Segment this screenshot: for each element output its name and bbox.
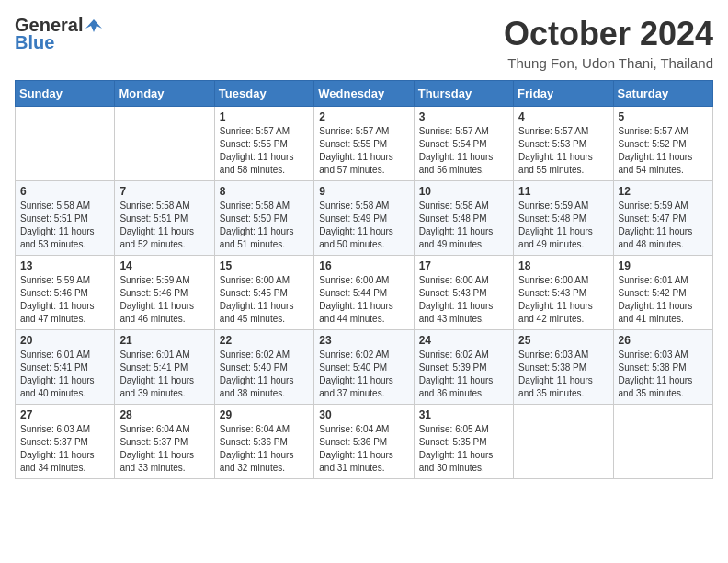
day-number: 13 — [20, 259, 109, 272]
day-content: Sunrise: 6:03 AM Sunset: 5:38 PM Dayligh… — [619, 349, 708, 400]
day-content: Sunrise: 5:58 AM Sunset: 5:51 PM Dayligh… — [119, 200, 209, 251]
day-content: Sunrise: 6:00 AM Sunset: 5:43 PM Dayligh… — [518, 274, 608, 326]
day-content: Sunrise: 5:57 AM Sunset: 5:54 PM Dayligh… — [419, 125, 508, 177]
calendar-cell: 1Sunrise: 5:57 AM Sunset: 5:55 PM Daylig… — [214, 107, 313, 181]
day-content: Sunrise: 5:58 AM Sunset: 5:49 PM Dayligh… — [319, 200, 408, 251]
month-title: October 2024 — [504, 15, 713, 53]
day-number: 22 — [220, 334, 309, 347]
day-number: 6 — [20, 185, 109, 198]
calendar-cell: 2Sunrise: 5:57 AM Sunset: 5:55 PM Daylig… — [314, 107, 414, 181]
calendar-cell: 14Sunrise: 5:59 AM Sunset: 5:46 PM Dayli… — [115, 256, 214, 330]
calendar-cell: 19Sunrise: 6:01 AM Sunset: 5:42 PM Dayli… — [613, 256, 712, 330]
day-number: 17 — [419, 259, 508, 272]
calendar-cell: 30Sunrise: 6:04 AM Sunset: 5:36 PM Dayli… — [314, 405, 414, 479]
calendar-cell: 10Sunrise: 5:58 AM Sunset: 5:48 PM Dayli… — [414, 181, 513, 256]
calendar-cell — [16, 107, 115, 181]
day-content: Sunrise: 6:03 AM Sunset: 5:37 PM Dayligh… — [20, 423, 109, 475]
calendar-cell — [115, 107, 214, 181]
day-number: 11 — [518, 185, 608, 198]
day-number: 7 — [119, 185, 209, 198]
day-number: 1 — [220, 110, 309, 123]
day-number: 15 — [220, 259, 309, 272]
title-area: October 2024 Thung Fon, Udon Thani, Thai… — [504, 15, 713, 71]
weekday-header: Thursday — [414, 81, 513, 107]
calendar-cell: 28Sunrise: 6:04 AM Sunset: 5:37 PM Dayli… — [115, 405, 214, 479]
day-number: 16 — [319, 259, 408, 272]
day-number: 24 — [419, 334, 508, 347]
calendar-cell: 17Sunrise: 6:00 AM Sunset: 5:43 PM Dayli… — [414, 256, 513, 330]
day-content: Sunrise: 6:02 AM Sunset: 5:40 PM Dayligh… — [220, 349, 309, 400]
calendar-cell: 25Sunrise: 6:03 AM Sunset: 5:38 PM Dayli… — [514, 330, 613, 405]
day-number: 10 — [419, 185, 508, 198]
calendar-cell: 18Sunrise: 6:00 AM Sunset: 5:43 PM Dayli… — [514, 256, 613, 330]
day-content: Sunrise: 5:57 AM Sunset: 5:52 PM Dayligh… — [619, 125, 708, 177]
calendar-cell: 23Sunrise: 6:02 AM Sunset: 5:40 PM Dayli… — [314, 330, 414, 405]
day-content: Sunrise: 5:59 AM Sunset: 5:47 PM Dayligh… — [619, 200, 708, 251]
day-number: 25 — [518, 334, 608, 347]
calendar-week-row: 6Sunrise: 5:58 AM Sunset: 5:51 PM Daylig… — [16, 181, 713, 256]
day-content: Sunrise: 5:58 AM Sunset: 5:51 PM Dayligh… — [20, 200, 109, 251]
calendar-cell: 3Sunrise: 5:57 AM Sunset: 5:54 PM Daylig… — [414, 107, 513, 181]
calendar-cell: 27Sunrise: 6:03 AM Sunset: 5:37 PM Dayli… — [16, 405, 115, 479]
day-content: Sunrise: 5:58 AM Sunset: 5:50 PM Dayligh… — [220, 200, 309, 251]
day-content: Sunrise: 5:58 AM Sunset: 5:48 PM Dayligh… — [419, 200, 508, 251]
logo: General Blue — [15, 15, 105, 53]
calendar-table: SundayMondayTuesdayWednesdayThursdayFrid… — [15, 80, 713, 479]
location-text: Thung Fon, Udon Thani, Thailand — [504, 55, 713, 71]
day-content: Sunrise: 6:05 AM Sunset: 5:35 PM Dayligh… — [419, 423, 508, 475]
day-number: 19 — [619, 259, 708, 272]
day-content: Sunrise: 6:01 AM Sunset: 5:42 PM Dayligh… — [619, 274, 708, 326]
calendar-cell: 22Sunrise: 6:02 AM Sunset: 5:40 PM Dayli… — [214, 330, 313, 405]
day-content: Sunrise: 6:02 AM Sunset: 5:40 PM Dayligh… — [319, 349, 408, 400]
day-number: 31 — [419, 408, 508, 421]
calendar-cell: 29Sunrise: 6:04 AM Sunset: 5:36 PM Dayli… — [214, 405, 313, 479]
day-content: Sunrise: 5:57 AM Sunset: 5:55 PM Dayligh… — [220, 125, 309, 177]
day-number: 18 — [518, 259, 608, 272]
calendar-cell: 7Sunrise: 5:58 AM Sunset: 5:51 PM Daylig… — [115, 181, 214, 256]
calendar-cell: 26Sunrise: 6:03 AM Sunset: 5:38 PM Dayli… — [613, 330, 712, 405]
weekday-header: Sunday — [16, 81, 115, 107]
calendar-cell: 11Sunrise: 5:59 AM Sunset: 5:48 PM Dayli… — [514, 181, 613, 256]
day-content: Sunrise: 6:04 AM Sunset: 5:36 PM Dayligh… — [220, 423, 309, 475]
day-content: Sunrise: 5:59 AM Sunset: 5:46 PM Dayligh… — [20, 274, 109, 326]
day-number: 27 — [20, 408, 109, 421]
day-number: 3 — [419, 110, 508, 123]
day-number: 14 — [119, 259, 209, 272]
day-number: 21 — [119, 334, 209, 347]
day-content: Sunrise: 6:00 AM Sunset: 5:44 PM Dayligh… — [319, 274, 408, 326]
calendar-cell: 20Sunrise: 6:01 AM Sunset: 5:41 PM Dayli… — [16, 330, 115, 405]
day-content: Sunrise: 5:59 AM Sunset: 5:48 PM Dayligh… — [518, 200, 608, 251]
calendar-cell: 31Sunrise: 6:05 AM Sunset: 5:35 PM Dayli… — [414, 405, 513, 479]
weekday-header: Monday — [115, 81, 214, 107]
day-content: Sunrise: 5:57 AM Sunset: 5:55 PM Dayligh… — [319, 125, 408, 177]
weekday-header: Friday — [514, 81, 613, 107]
day-number: 9 — [319, 185, 408, 198]
day-number: 5 — [619, 110, 708, 123]
calendar-cell: 24Sunrise: 6:02 AM Sunset: 5:39 PM Dayli… — [414, 330, 513, 405]
calendar-cell: 8Sunrise: 5:58 AM Sunset: 5:50 PM Daylig… — [214, 181, 313, 256]
weekday-header: Saturday — [613, 81, 712, 107]
day-content: Sunrise: 6:02 AM Sunset: 5:39 PM Dayligh… — [419, 349, 508, 400]
day-content: Sunrise: 6:01 AM Sunset: 5:41 PM Dayligh… — [119, 349, 209, 400]
day-number: 8 — [220, 185, 309, 198]
day-content: Sunrise: 6:00 AM Sunset: 5:45 PM Dayligh… — [220, 274, 309, 326]
day-number: 2 — [319, 110, 408, 123]
calendar-cell: 9Sunrise: 5:58 AM Sunset: 5:49 PM Daylig… — [314, 181, 414, 256]
day-number: 29 — [220, 408, 309, 421]
day-content: Sunrise: 6:00 AM Sunset: 5:43 PM Dayligh… — [419, 274, 508, 326]
calendar-week-row: 1Sunrise: 5:57 AM Sunset: 5:55 PM Daylig… — [16, 107, 713, 181]
day-content: Sunrise: 6:04 AM Sunset: 5:36 PM Dayligh… — [319, 423, 408, 475]
calendar-cell: 15Sunrise: 6:00 AM Sunset: 5:45 PM Dayli… — [214, 256, 313, 330]
day-number: 4 — [518, 110, 608, 123]
day-content: Sunrise: 6:04 AM Sunset: 5:37 PM Dayligh… — [119, 423, 209, 475]
weekday-header: Tuesday — [214, 81, 313, 107]
day-content: Sunrise: 6:01 AM Sunset: 5:41 PM Dayligh… — [20, 349, 109, 400]
day-number: 20 — [20, 334, 109, 347]
calendar-week-row: 13Sunrise: 5:59 AM Sunset: 5:46 PM Dayli… — [16, 256, 713, 330]
calendar-cell: 4Sunrise: 5:57 AM Sunset: 5:53 PM Daylig… — [514, 107, 613, 181]
day-content: Sunrise: 5:59 AM Sunset: 5:46 PM Dayligh… — [119, 274, 209, 326]
day-number: 26 — [619, 334, 708, 347]
calendar-cell: 21Sunrise: 6:01 AM Sunset: 5:41 PM Dayli… — [115, 330, 214, 405]
calendar-cell: 13Sunrise: 5:59 AM Sunset: 5:46 PM Dayli… — [16, 256, 115, 330]
day-number: 23 — [319, 334, 408, 347]
